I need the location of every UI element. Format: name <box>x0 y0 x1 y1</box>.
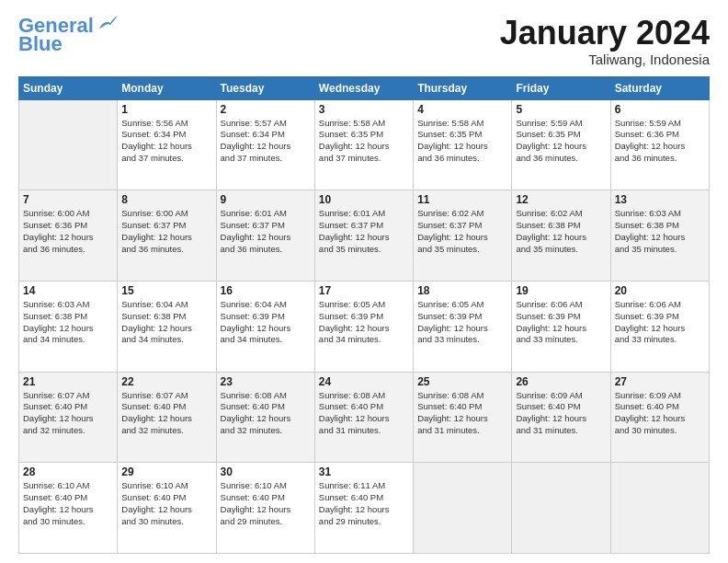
day-info: Sunrise: 6:02 AMSunset: 6:38 PMDaylight:… <box>516 208 606 255</box>
day-info: Sunrise: 6:10 AMSunset: 6:40 PMDaylight:… <box>221 480 311 527</box>
day-of-week-header: Monday <box>118 76 216 99</box>
calendar-cell: 12Sunrise: 6:02 AMSunset: 6:38 PMDayligh… <box>512 190 610 282</box>
calendar-cell: 5Sunrise: 5:59 AMSunset: 6:35 PMDaylight… <box>512 99 610 190</box>
calendar-cell: 30Sunrise: 6:10 AMSunset: 6:40 PMDayligh… <box>216 463 314 554</box>
day-info: Sunrise: 6:04 AMSunset: 6:39 PMDaylight:… <box>221 299 311 346</box>
calendar-cell: 27Sunrise: 6:09 AMSunset: 6:40 PMDayligh… <box>610 372 709 463</box>
day-number: 2 <box>221 103 311 116</box>
day-number: 3 <box>319 103 409 116</box>
calendar-cell: 24Sunrise: 6:08 AMSunset: 6:40 PMDayligh… <box>314 372 413 463</box>
calendar-cell: 22Sunrise: 6:07 AMSunset: 6:40 PMDayligh… <box>118 372 216 463</box>
day-number: 23 <box>221 375 311 388</box>
day-info: Sunrise: 6:04 AMSunset: 6:38 PMDaylight:… <box>121 299 211 346</box>
day-of-week-header: Saturday <box>610 76 709 99</box>
calendar-cell: 7Sunrise: 6:00 AMSunset: 6:36 PMDaylight… <box>19 190 118 282</box>
day-info: Sunrise: 6:08 AMSunset: 6:40 PMDaylight:… <box>319 390 409 437</box>
calendar-table: SundayMondayTuesdayWednesdayThursdayFrid… <box>18 76 710 554</box>
day-of-week-header: Friday <box>512 76 610 99</box>
calendar-week-row: 7Sunrise: 6:00 AMSunset: 6:36 PMDaylight… <box>19 190 710 282</box>
day-info: Sunrise: 6:01 AMSunset: 6:37 PMDaylight:… <box>221 208 311 255</box>
calendar-cell <box>512 463 610 554</box>
day-number: 8 <box>121 193 211 206</box>
day-number: 7 <box>23 193 113 206</box>
calendar-cell: 21Sunrise: 6:07 AMSunset: 6:40 PMDayligh… <box>19 372 118 463</box>
day-number: 29 <box>121 465 211 478</box>
day-info: Sunrise: 6:10 AMSunset: 6:40 PMDaylight:… <box>121 480 211 527</box>
calendar-cell: 11Sunrise: 6:02 AMSunset: 6:37 PMDayligh… <box>414 190 512 282</box>
day-number: 13 <box>615 193 705 206</box>
day-number: 11 <box>417 193 507 206</box>
calendar-week-row: 14Sunrise: 6:03 AMSunset: 6:38 PMDayligh… <box>19 281 710 372</box>
calendar-week-row: 21Sunrise: 6:07 AMSunset: 6:40 PMDayligh… <box>19 372 710 463</box>
day-number: 16 <box>221 284 311 297</box>
day-info: Sunrise: 6:03 AMSunset: 6:38 PMDaylight:… <box>23 299 113 346</box>
day-number: 9 <box>221 193 311 206</box>
day-number: 1 <box>121 103 211 116</box>
calendar-cell: 8Sunrise: 6:00 AMSunset: 6:37 PMDaylight… <box>118 190 216 282</box>
header: General Blue January 2024 Taliwang, Indo… <box>18 15 710 67</box>
calendar-cell: 17Sunrise: 6:05 AMSunset: 6:39 PMDayligh… <box>314 281 413 372</box>
day-number: 30 <box>221 465 311 478</box>
calendar-cell: 25Sunrise: 6:08 AMSunset: 6:40 PMDayligh… <box>414 372 512 463</box>
location: Taliwang, Indonesia <box>500 52 710 67</box>
day-info: Sunrise: 6:08 AMSunset: 6:40 PMDaylight:… <box>221 390 311 437</box>
day-info: Sunrise: 6:05 AMSunset: 6:39 PMDaylight:… <box>319 299 409 346</box>
day-info: Sunrise: 5:58 AMSunset: 6:35 PMDaylight:… <box>417 118 507 165</box>
day-info: Sunrise: 6:00 AMSunset: 6:36 PMDaylight:… <box>23 208 113 255</box>
calendar-cell: 6Sunrise: 5:59 AMSunset: 6:36 PMDaylight… <box>610 99 709 190</box>
calendar-week-row: 1Sunrise: 5:56 AMSunset: 6:34 PMDaylight… <box>19 99 710 190</box>
calendar-cell <box>19 99 118 190</box>
day-number: 5 <box>516 103 606 116</box>
day-number: 17 <box>319 284 409 297</box>
logo-blue: Blue <box>18 33 63 55</box>
calendar-cell: 23Sunrise: 6:08 AMSunset: 6:40 PMDayligh… <box>216 372 314 463</box>
day-info: Sunrise: 6:03 AMSunset: 6:38 PMDaylight:… <box>615 208 705 255</box>
day-number: 28 <box>23 465 113 478</box>
logo-bird-icon <box>97 16 118 32</box>
calendar-cell <box>610 463 709 554</box>
day-number: 21 <box>23 375 113 388</box>
day-info: Sunrise: 6:01 AMSunset: 6:37 PMDaylight:… <box>319 208 409 255</box>
day-number: 20 <box>615 284 705 297</box>
day-number: 18 <box>417 284 507 297</box>
calendar-cell: 13Sunrise: 6:03 AMSunset: 6:38 PMDayligh… <box>610 190 709 282</box>
calendar-cell: 15Sunrise: 6:04 AMSunset: 6:38 PMDayligh… <box>118 281 216 372</box>
day-info: Sunrise: 5:57 AMSunset: 6:34 PMDaylight:… <box>221 118 311 165</box>
day-number: 27 <box>615 375 705 388</box>
day-number: 26 <box>516 375 606 388</box>
calendar-header-row: SundayMondayTuesdayWednesdayThursdayFrid… <box>19 76 710 99</box>
title-block: January 2024 Taliwang, Indonesia <box>500 15 710 67</box>
day-info: Sunrise: 6:09 AMSunset: 6:40 PMDaylight:… <box>516 390 606 437</box>
calendar-cell: 31Sunrise: 6:11 AMSunset: 6:40 PMDayligh… <box>314 463 413 554</box>
calendar-cell: 14Sunrise: 6:03 AMSunset: 6:38 PMDayligh… <box>19 281 118 372</box>
calendar-cell: 16Sunrise: 6:04 AMSunset: 6:39 PMDayligh… <box>216 281 314 372</box>
day-number: 24 <box>319 375 409 388</box>
day-info: Sunrise: 5:56 AMSunset: 6:34 PMDaylight:… <box>121 118 211 165</box>
day-info: Sunrise: 6:05 AMSunset: 6:39 PMDaylight:… <box>417 299 507 346</box>
calendar-cell: 3Sunrise: 5:58 AMSunset: 6:35 PMDaylight… <box>314 99 413 190</box>
day-info: Sunrise: 5:58 AMSunset: 6:35 PMDaylight:… <box>319 118 409 165</box>
day-info: Sunrise: 5:59 AMSunset: 6:36 PMDaylight:… <box>615 118 705 165</box>
month-title: January 2024 <box>500 15 710 52</box>
day-info: Sunrise: 6:10 AMSunset: 6:40 PMDaylight:… <box>23 480 113 527</box>
day-info: Sunrise: 6:09 AMSunset: 6:40 PMDaylight:… <box>615 390 705 437</box>
day-info: Sunrise: 6:07 AMSunset: 6:40 PMDaylight:… <box>23 390 113 437</box>
calendar-cell: 29Sunrise: 6:10 AMSunset: 6:40 PMDayligh… <box>118 463 216 554</box>
day-number: 10 <box>319 193 409 206</box>
calendar-cell: 9Sunrise: 6:01 AMSunset: 6:37 PMDaylight… <box>216 190 314 282</box>
day-number: 25 <box>417 375 507 388</box>
page: General Blue January 2024 Taliwang, Indo… <box>0 0 728 563</box>
calendar-cell: 1Sunrise: 5:56 AMSunset: 6:34 PMDaylight… <box>118 99 216 190</box>
day-number: 19 <box>516 284 606 297</box>
calendar-cell: 20Sunrise: 6:06 AMSunset: 6:39 PMDayligh… <box>610 281 709 372</box>
day-info: Sunrise: 6:07 AMSunset: 6:40 PMDaylight:… <box>121 390 211 437</box>
calendar-cell <box>414 463 512 554</box>
day-number: 31 <box>319 465 409 478</box>
day-number: 14 <box>23 284 113 297</box>
day-info: Sunrise: 6:00 AMSunset: 6:37 PMDaylight:… <box>121 208 211 255</box>
day-number: 4 <box>417 103 507 116</box>
day-info: Sunrise: 5:59 AMSunset: 6:35 PMDaylight:… <box>516 118 606 165</box>
calendar-cell: 19Sunrise: 6:06 AMSunset: 6:39 PMDayligh… <box>512 281 610 372</box>
day-of-week-header: Tuesday <box>216 76 314 99</box>
day-of-week-header: Wednesday <box>314 76 413 99</box>
